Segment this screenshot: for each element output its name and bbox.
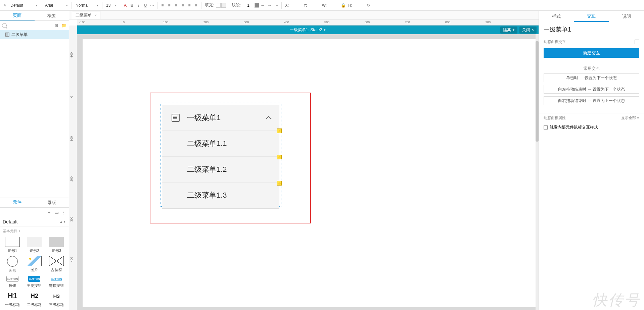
common-interaction-item[interactable]: 单击时 → 设置为下一个状态: [544, 73, 639, 82]
y-input[interactable]: [309, 3, 320, 8]
library-menu-icon[interactable]: ⋮: [61, 209, 67, 215]
menu-item-level2[interactable]: 二级菜单1.2: [162, 157, 279, 183]
fill-color-swatch[interactable]: [216, 3, 221, 8]
interaction-badge-icon[interactable]: ⚡: [277, 155, 282, 159]
ruler-vertical: -100 0 100 200 300 400: [69, 25, 77, 310]
paragraph-style-dropdown[interactable]: Normal▾: [74, 2, 100, 9]
arrow-style-icon[interactable]: →: [267, 2, 273, 8]
add-library-icon[interactable]: +: [46, 209, 52, 215]
widget-rect2[interactable]: 矩形2: [24, 237, 46, 253]
page-tree-item[interactable]: 二级菜单: [0, 30, 69, 39]
add-interaction-icon[interactable]: [635, 40, 639, 44]
more-stroke-icon[interactable]: ⋯: [273, 2, 279, 8]
new-interaction-button[interactable]: 新建交互: [544, 48, 639, 58]
valign-top-icon[interactable]: ≡: [180, 2, 186, 8]
widget-primary-button[interactable]: BUTTON主要按钮: [24, 276, 46, 288]
format-toolbar: ✎ Default▾ Arial▾ Normal▾ 13▾ A B I U ⋯ …: [0, 0, 644, 11]
widget-rect1[interactable]: 矩形1: [1, 237, 24, 253]
chevron-up-icon[interactable]: [266, 115, 271, 120]
add-folder-icon[interactable]: 📁: [61, 22, 67, 29]
interaction-badge-icon[interactable]: ⚡: [277, 128, 282, 133]
search-icon[interactable]: [2, 23, 7, 28]
left-panel: 页面 概要 ⊞ 📁 二级菜单 元件 母版 + ▭ ⋮ Default ▲▼ 基本…: [0, 11, 69, 310]
widget-placeholder[interactable]: 占位符: [45, 256, 67, 273]
menu-item-level2[interactable]: 二级菜单1.1: [162, 131, 279, 157]
isolate-button[interactable]: 隔离 ⌖: [500, 27, 517, 34]
inspector-tabs: 样式 交互 说明: [539, 11, 644, 22]
font-family-dropdown[interactable]: Arial▾: [43, 2, 70, 9]
align-right-icon[interactable]: ≡: [173, 2, 179, 8]
fill-opacity-swatch[interactable]: [221, 3, 226, 8]
common-interaction-item[interactable]: 向左拖动结束时 → 设置为下一个状态: [544, 85, 639, 94]
checkbox[interactable]: [544, 125, 548, 130]
close-icon: ×: [532, 28, 534, 32]
italic-icon[interactable]: I: [136, 2, 142, 8]
widget-section-basic[interactable]: 基本元件▾: [0, 226, 69, 234]
section-dp-interactions: 动态面板交互: [539, 37, 644, 46]
stroke-width-input[interactable]: [243, 3, 254, 8]
lock-aspect-icon[interactable]: 🔒: [340, 2, 346, 8]
widget-image[interactable]: 图片: [24, 256, 46, 273]
menu-widget[interactable]: 一级菜单1 二级菜单1.1 二级菜单1.2 二级菜单1.3 ⚡ ⚡ ⚡: [162, 105, 279, 209]
bold-icon[interactable]: B: [129, 2, 135, 8]
eyedropper-icon[interactable]: ✎: [2, 2, 8, 8]
stroke-style-icon[interactable]: ─: [260, 2, 266, 8]
show-all-toggle[interactable]: 显示全部 ≡: [621, 115, 639, 120]
widget-button[interactable]: BUTTON按钮: [1, 276, 24, 288]
prop-trigger-mouse-styles[interactable]: 触发内部元件鼠标交互样式: [539, 122, 644, 132]
valign-middle-icon[interactable]: ≡: [186, 2, 192, 8]
w-input[interactable]: [329, 3, 339, 8]
widget-rect3[interactable]: 矩形3: [45, 237, 67, 253]
document-tab-label: 二级菜单: [76, 12, 92, 18]
underline-icon[interactable]: U: [142, 2, 148, 8]
canvas-stage[interactable]: 一级菜单1: State2▼ 隔离 ⌖ 关闭 × 一级菜单1 二级菜单1.1: [77, 25, 539, 310]
menu-item-level2[interactable]: 二级菜单1.3: [162, 183, 279, 208]
menu-item-level1[interactable]: 一级菜单1: [162, 105, 279, 131]
align-left-icon[interactable]: ≡: [159, 2, 166, 8]
rotate-icon[interactable]: ⟳: [366, 2, 372, 8]
scrollbar-thumb[interactable]: [536, 41, 539, 142]
widget-h2[interactable]: H2二级标题: [24, 291, 46, 307]
tab-notes[interactable]: 说明: [609, 11, 644, 22]
tab-outline[interactable]: 概要: [35, 11, 69, 20]
add-page-icon[interactable]: ⊞: [53, 22, 59, 29]
tab-style[interactable]: 样式: [539, 11, 574, 22]
widget-h3[interactable]: H3三级标题: [45, 291, 67, 307]
valign-bottom-icon[interactable]: ≡: [193, 2, 199, 8]
font-size-dropdown[interactable]: 13▾: [104, 2, 118, 9]
tab-masters[interactable]: 母版: [35, 198, 69, 207]
style-preset-dropdown[interactable]: Default▾: [9, 2, 39, 9]
menu-item-label: 二级菜单1.1: [187, 139, 227, 149]
widget-h1[interactable]: H1一级标题: [1, 291, 24, 307]
dynamic-panel-outline[interactable]: 一级菜单1 二级菜单1.1 二级菜单1.2 二级菜单1.3 ⚡ ⚡ ⚡: [160, 103, 281, 207]
close-tab-icon[interactable]: ×: [94, 13, 97, 18]
tab-interactions[interactable]: 交互: [574, 11, 609, 22]
close-state-button[interactable]: 关闭 ×: [519, 27, 537, 34]
section-dp-properties: 动态面板属性 显示全部 ≡: [539, 113, 644, 122]
library-options-icon[interactable]: ▭: [53, 209, 59, 215]
state-edit-banner: 一级菜单1: State2▼ 隔离 ⌖ 关闭 ×: [77, 25, 539, 34]
stroke-label: 线段:: [232, 2, 241, 8]
menu-item-label: 一级菜单1: [187, 113, 221, 123]
stroke-color-swatch[interactable]: [255, 3, 259, 8]
widget-link-button[interactable]: BUTTON链接按钮: [45, 276, 67, 288]
canvas-scrollbar[interactable]: [536, 34, 539, 310]
common-interaction-item[interactable]: 向右拖动结束时 → 设置为上一个状态: [544, 96, 639, 105]
tab-widgets[interactable]: 元件: [0, 198, 35, 207]
interaction-badge-icon[interactable]: ⚡: [277, 181, 282, 186]
canvas-page[interactable]: 一级菜单1 二级菜单1.1 二级菜单1.2 二级菜单1.3 ⚡ ⚡ ⚡: [83, 39, 536, 307]
document-tab[interactable]: 二级菜单 ×: [72, 11, 100, 19]
selection-box[interactable]: 一级菜单1 二级菜单1.1 二级菜单1.2 二级菜单1.3 ⚡ ⚡ ⚡: [150, 93, 311, 223]
more-text-icon[interactable]: ⋯: [149, 2, 155, 8]
h-input[interactable]: [354, 3, 365, 8]
align-center-icon[interactable]: ≡: [166, 2, 172, 8]
widget-grid: 矩形1 矩形2 矩形3 圆形 图片 占位符 BUTTON按钮 BUTTON主要按…: [0, 234, 69, 310]
fill-label: 填充:: [205, 2, 214, 8]
pages-search-row: ⊞ 📁: [0, 21, 69, 30]
state-dropdown-icon[interactable]: ▼: [323, 29, 326, 32]
widget-circle[interactable]: 圆形: [1, 256, 24, 273]
tab-pages[interactable]: 页面: [0, 11, 35, 20]
library-selector[interactable]: Default ▲▼: [0, 217, 69, 226]
x-input[interactable]: [291, 3, 302, 8]
font-color-icon[interactable]: A: [122, 2, 128, 8]
